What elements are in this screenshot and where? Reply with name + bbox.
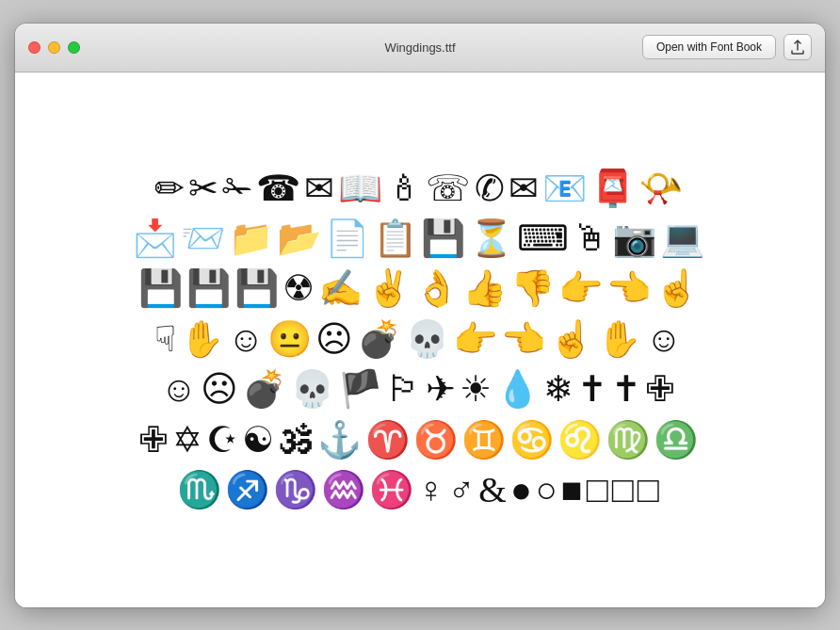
glyph-row-3: 💾💾💾☢✍✌👌👍👎👉👈☝ bbox=[138, 266, 703, 312]
glyphs-area: ✏✂✁☎✉📖🕯☏✆✉📧📮📯 📩📨📁📂📄📋💾⏳⌨🖱📷💻 💾💾💾☢✍✌👌👍👎👉👈☝ … bbox=[43, 166, 797, 514]
maximize-button[interactable] bbox=[68, 41, 80, 54]
glyph-row-6: ✙✡☪☯🕉⚓♈♉♊♋♌♍♎ bbox=[138, 417, 702, 463]
glyph-row-2: 📩📨📁📂📄📋💾⏳⌨🖱📷💻 bbox=[133, 216, 708, 262]
window-title: Wingdings.ttf bbox=[384, 40, 455, 55]
preview-window: Wingdings.ttf Open with Font Book ✏✂✁☎✉📖… bbox=[15, 24, 825, 607]
close-button[interactable] bbox=[28, 41, 40, 54]
minimize-button[interactable] bbox=[48, 41, 60, 54]
titlebar: Wingdings.ttf Open with Font Book bbox=[15, 24, 825, 73]
glyph-row-7: ♏♐♑♒♓♀♂&●○■□□□ bbox=[177, 467, 662, 513]
traffic-lights bbox=[28, 41, 80, 54]
glyph-row-4: ☟✋☺😐☹💣💀👉👈☝✋☺ bbox=[154, 316, 687, 363]
open-with-font-book-button[interactable]: Open with Font Book bbox=[642, 35, 776, 59]
glyph-row-5: ☺☹💣💀🏴🏳✈☀💧❄✝✝✙ bbox=[161, 366, 680, 412]
share-icon bbox=[791, 40, 804, 55]
share-button[interactable] bbox=[783, 34, 812, 60]
glyph-row-1: ✏✂✁☎✉📖🕯☏✆✉📧📮📯 bbox=[154, 166, 687, 212]
titlebar-actions: Open with Font Book bbox=[642, 34, 812, 60]
font-preview-content: ✏✂✁☎✉📖🕯☏✆✉📧📮📯 📩📨📁📂📄📋💾⏳⌨🖱📷💻 💾💾💾☢✍✌👌👍👎👉👈☝ … bbox=[15, 73, 825, 607]
